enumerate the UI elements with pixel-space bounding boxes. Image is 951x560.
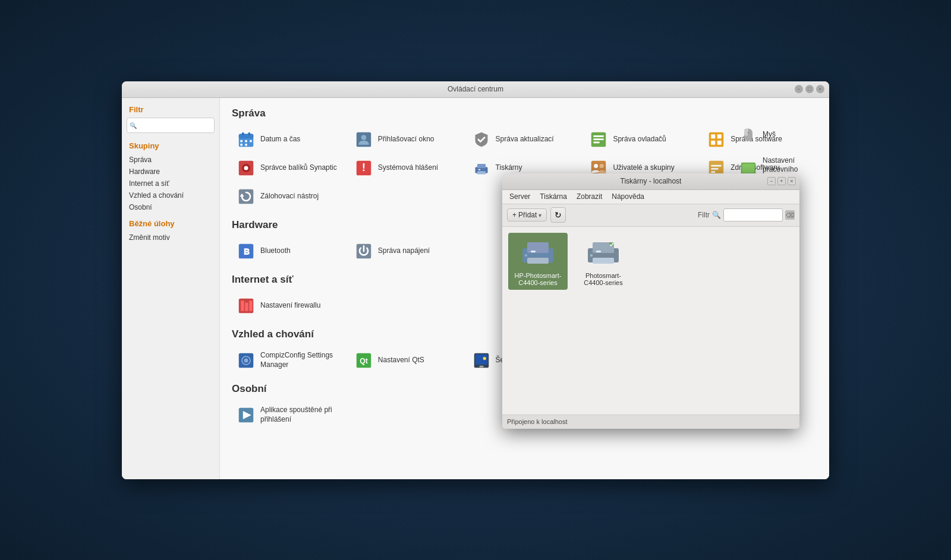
sidebar-item-vzhled[interactable]: Vzhled a chování xyxy=(127,189,215,201)
printer-hp2-icon xyxy=(584,236,622,270)
refresh-button[interactable]: ↻ xyxy=(550,207,566,223)
filter-clear-button[interactable]: ⌫ xyxy=(785,210,795,220)
menu-napoveda[interactable]: Nápověda xyxy=(608,191,648,202)
menu-server[interactable]: Server xyxy=(506,191,534,202)
window-title: Ovládací centrum xyxy=(448,85,503,93)
svg-rect-68 xyxy=(531,251,536,252)
svg-rect-7 xyxy=(240,144,243,146)
backup-icon xyxy=(237,187,256,206)
item-firewall[interactable]: Nastavení firewallu xyxy=(232,293,347,319)
svg-rect-66 xyxy=(527,242,549,253)
sidebar: Filtr Skupiny Správa Hardware Internet a… xyxy=(122,98,220,479)
svg-rect-35 xyxy=(711,171,715,173)
item-synaptic[interactable]: Správce balíků Synaptic xyxy=(232,155,347,181)
svg-rect-72 xyxy=(593,258,614,264)
dialog-close[interactable]: × xyxy=(788,177,796,185)
svg-rect-12 xyxy=(594,135,604,137)
bluetooth-icon: ʙ xyxy=(237,242,256,261)
item-zalohovani[interactable]: Zálohovací nástroj xyxy=(232,183,347,210)
svg-rect-60 xyxy=(742,163,755,173)
dialog-titlebar: Tiskárny - localhost − + × xyxy=(502,173,799,190)
item-firewall-label: Nastavení firewallu xyxy=(260,301,320,311)
filter-label: Filtr xyxy=(698,211,710,219)
firewall-icon xyxy=(237,296,256,315)
svg-rect-52 xyxy=(479,365,483,367)
svg-rect-2 xyxy=(242,132,244,135)
item-hlaseni-label: Systémová hlášení xyxy=(378,163,438,173)
item-napajeni[interactable]: Správa napájení xyxy=(349,238,465,264)
svg-text:!: ! xyxy=(362,161,366,173)
printer-item-hp2[interactable]: Photosmart-C4400-series xyxy=(574,233,633,290)
groups-label: Skupiny xyxy=(127,141,215,150)
svg-point-53 xyxy=(483,356,486,359)
sidebar-item-sprava[interactable]: Správa xyxy=(127,154,215,166)
svg-rect-57 xyxy=(744,128,748,135)
power-icon xyxy=(354,242,373,261)
dialog-minimize[interactable]: − xyxy=(767,177,776,185)
item-autostart-label: Aplikace spouštěné při přihlášení xyxy=(260,406,342,424)
minimize-button[interactable]: − xyxy=(795,85,803,93)
svg-rect-69 xyxy=(525,254,527,257)
plus-icon: + xyxy=(512,211,517,219)
printer-item-hp1[interactable]: HP-Photosmart-C4400-series xyxy=(508,233,568,290)
menu-tiskarna[interactable]: Tiskárna xyxy=(536,191,571,202)
svg-rect-1 xyxy=(239,134,254,138)
search-input[interactable] xyxy=(127,118,215,133)
svg-rect-15 xyxy=(709,132,724,147)
svg-point-22 xyxy=(244,166,248,170)
item-qt5[interactable]: Qt Nastavení QtS xyxy=(349,347,465,374)
item-ovladace-label: Správa ovladačů xyxy=(613,135,666,144)
svg-rect-43 xyxy=(245,302,248,311)
item-aktualizace-label: Správa aktualizací xyxy=(496,135,554,144)
item-mys[interactable]: Myš xyxy=(734,122,805,148)
sidebar-item-motiv[interactable]: Změnit motiv xyxy=(127,232,215,243)
filter-input[interactable] xyxy=(723,208,783,222)
refresh-icon: ↻ xyxy=(555,210,562,220)
item-synaptic-label: Správce balíků Synaptic xyxy=(260,163,337,173)
item-prihlasovaci[interactable]: Přihlašovací okno xyxy=(349,126,465,153)
maximize-button[interactable]: □ xyxy=(805,85,814,93)
svg-point-47 xyxy=(244,358,248,362)
compiz-icon xyxy=(237,351,256,370)
dialog-maximize[interactable]: + xyxy=(777,177,786,185)
item-prihlasovaci-label: Přihlašovací okno xyxy=(378,135,434,144)
sidebar-item-internet[interactable]: Internet a síť xyxy=(127,178,215,189)
item-ovladace[interactable]: Správa ovladačů xyxy=(584,126,700,153)
driver-icon xyxy=(589,130,608,149)
calendar-icon xyxy=(237,130,256,149)
item-compiz-label: CompizConfig Settings Manager xyxy=(260,351,342,369)
item-napajeni-label: Správa napájení xyxy=(378,246,430,256)
svg-rect-4 xyxy=(240,140,243,142)
close-button[interactable]: × xyxy=(816,85,824,93)
item-zalohovani-label: Zálohovací nástroj xyxy=(260,192,319,201)
item-datum[interactable]: Datum a čas xyxy=(232,126,347,153)
dialog-title: Tiskárny - localhost xyxy=(621,177,682,185)
item-bluetooth-label: Bluetooth xyxy=(260,246,291,256)
svg-rect-33 xyxy=(711,164,722,166)
svg-rect-5 xyxy=(245,140,247,142)
sidebar-item-hardware[interactable]: Hardware xyxy=(127,166,215,178)
menu-zobrazit[interactable]: Zobrazit xyxy=(573,191,606,202)
svg-rect-34 xyxy=(711,168,718,170)
sidebar-item-osobni[interactable]: Osobní xyxy=(127,201,215,213)
svg-rect-73 xyxy=(596,251,601,252)
svg-text:Qt: Qt xyxy=(360,357,368,365)
item-hlaseni[interactable]: ! Systémová hlášení xyxy=(349,155,465,181)
svg-rect-26 xyxy=(477,164,486,168)
titlebar-controls: − □ × xyxy=(795,85,824,93)
item-aktualizace[interactable]: Správa aktualizací xyxy=(467,126,582,153)
item-compiz[interactable]: CompizConfig Settings Manager xyxy=(232,347,347,374)
item-autostart[interactable]: Aplikace spouštěné při přihlášení xyxy=(232,402,347,428)
printer-hp2-label: Photosmart-C4400-series xyxy=(577,272,629,286)
item-bluetooth[interactable]: ʙ Bluetooth xyxy=(232,238,347,264)
svg-rect-51 xyxy=(475,354,487,365)
svg-rect-8 xyxy=(245,144,247,146)
qt-icon: Qt xyxy=(354,351,373,370)
screensaver-icon xyxy=(472,351,491,370)
printer-hp1-label: HP-Photosmart-C4400-series xyxy=(512,272,564,286)
svg-rect-17 xyxy=(717,134,722,138)
mouse-icon xyxy=(739,125,758,144)
software-icon xyxy=(707,130,726,149)
add-button[interactable]: + Přidat ▾ xyxy=(507,208,547,222)
svg-rect-28 xyxy=(478,169,480,170)
